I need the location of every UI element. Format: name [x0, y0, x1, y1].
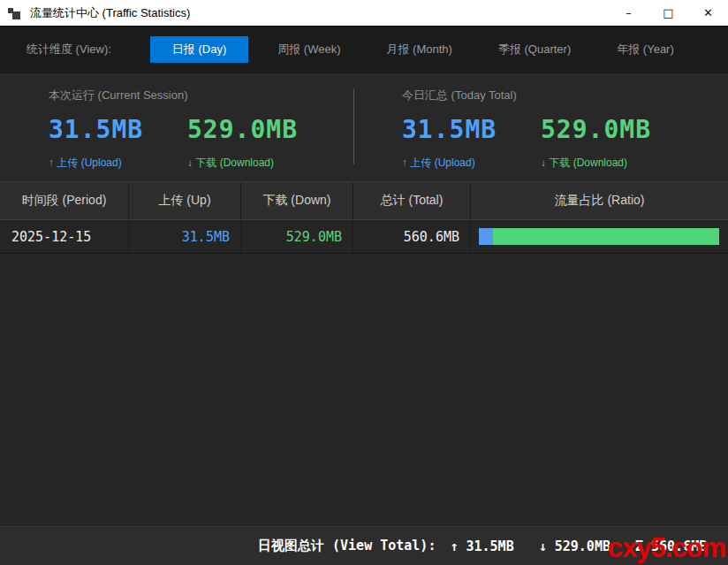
- session-download-label: ↓ 下载 (Download): [187, 156, 326, 171]
- cell-down: 529.0MB: [241, 220, 353, 253]
- ratio-bar: [479, 228, 719, 245]
- cell-up: 31.5MB: [129, 220, 241, 253]
- today-total-panel: 今日汇总 (Today Total) 31.5MB ↑ 上传 (Upload) …: [364, 73, 728, 181]
- ratio-bar-download: [493, 228, 719, 245]
- cell-period: 2025-12-15: [0, 220, 129, 253]
- session-upload-value: 31.5MB: [49, 115, 187, 144]
- tab-day[interactable]: 日报 (Day): [150, 36, 248, 63]
- status-download-total: ↓ 529.0MB: [539, 538, 610, 554]
- session-download-stat: 529.0MB ↓ 下载 (Download): [187, 115, 326, 171]
- today-upload-stat: 31.5MB ↑ 上传 (Upload): [402, 115, 541, 171]
- current-session-panel: 本次运行 (Current Session) 31.5MB ↑ 上传 (Uplo…: [0, 73, 364, 181]
- table-row[interactable]: 2025-12-15 31.5MB 529.0MB 560.6MB: [0, 220, 728, 254]
- minimize-button[interactable]: –: [609, 0, 648, 27]
- cell-ratio: [471, 220, 728, 253]
- current-session-title: 本次运行 (Current Session): [49, 88, 364, 103]
- today-upload-label: ↑ 上传 (Upload): [402, 156, 541, 171]
- watermark: cxy5.com: [608, 534, 725, 561]
- traffic-table: 时间段 (Period) 上传 (Up) 下载 (Down) 总计 (Total…: [0, 181, 728, 254]
- today-download-label: ↓ 下载 (Download): [541, 156, 679, 171]
- today-download-value: 529.0MB: [541, 115, 679, 144]
- session-upload-label: ↑ 上传 (Upload): [49, 156, 187, 171]
- app-window: 流量统计中心 (Traffic Statistics) – □ ✕ 统计维度 (…: [0, 0, 728, 565]
- column-header-down: 下载 (Down): [241, 182, 353, 219]
- today-upload-value: 31.5MB: [402, 115, 541, 144]
- title-bar: 流量统计中心 (Traffic Statistics) – □ ✕: [0, 0, 728, 27]
- maximize-button[interactable]: □: [648, 0, 688, 27]
- column-header-up: 上传 (Up): [129, 182, 241, 219]
- tab-week[interactable]: 周报 (Week): [261, 36, 357, 63]
- today-download-stat: 529.0MB ↓ 下载 (Download): [541, 115, 679, 171]
- close-button[interactable]: ✕: [688, 0, 728, 27]
- session-upload-stat: 31.5MB ↑ 上传 (Upload): [49, 115, 187, 171]
- window-controls: – □ ✕: [609, 0, 728, 27]
- status-upload-total: ↑ 31.5MB: [450, 538, 513, 554]
- window-title: 流量统计中心 (Traffic Statistics): [30, 5, 190, 21]
- tab-year[interactable]: 年报 (Year): [600, 36, 691, 63]
- tab-quarter[interactable]: 季报 (Quarter): [482, 36, 588, 63]
- view-selector-label: 统计维度 (View):: [27, 42, 111, 57]
- cell-total: 560.6MB: [353, 220, 471, 253]
- column-header-total: 总计 (Total): [353, 182, 471, 219]
- app-icon-square-large: [12, 11, 20, 19]
- stats-section: 本次运行 (Current Session) 31.5MB ↑ 上传 (Uplo…: [0, 73, 728, 181]
- view-selector-bar: 统计维度 (View): 日报 (Day) 周报 (Week) 月报 (Mont…: [0, 27, 728, 73]
- table-header-row: 时间段 (Period) 上传 (Up) 下载 (Down) 总计 (Total…: [0, 181, 728, 220]
- session-download-value: 529.0MB: [187, 115, 326, 144]
- app-icon: [8, 6, 22, 20]
- column-header-ratio: 流量占比 (Ratio): [471, 182, 728, 219]
- ratio-bar-upload: [479, 228, 493, 245]
- tab-month[interactable]: 月报 (Month): [369, 36, 468, 63]
- today-total-title: 今日汇总 (Today Total): [402, 88, 728, 103]
- column-header-period: 时间段 (Period): [0, 182, 129, 219]
- status-summary-label: 日视图总计 (View Total):: [258, 538, 436, 554]
- stats-vertical-divider: [353, 88, 354, 164]
